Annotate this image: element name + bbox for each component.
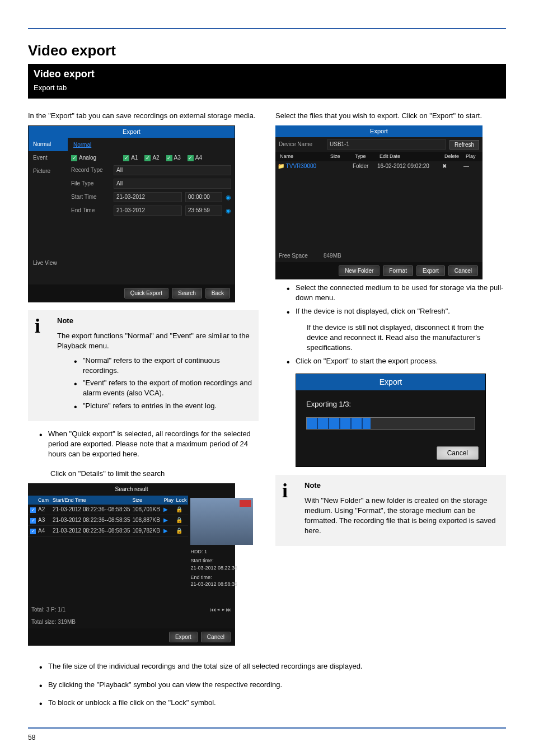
note1-line2: "Event" refers to the export of motion r… (83, 378, 252, 398)
lbl-free-space: Free Space (279, 252, 324, 260)
export-button[interactable]: Export (416, 265, 445, 276)
check-icon[interactable] (29, 506, 37, 514)
sidebar-item-normal[interactable]: Normal (29, 138, 68, 151)
quick-export-text: When "Quick export" is selected, all rec… (48, 429, 259, 460)
play-icon[interactable]: ▶ (162, 506, 175, 514)
select-files-lead: Select the files that you wish to export… (275, 111, 506, 121)
col-cam: Cam (37, 497, 51, 504)
note1-line1: "Normal" refers to the export of continu… (83, 356, 252, 376)
back-button[interactable]: Back (205, 288, 230, 298)
check-a1[interactable]: A1 (123, 154, 138, 162)
lock-icon[interactable]: 🔒 (175, 506, 187, 514)
field-end-time[interactable]: 23:59:59 (185, 206, 222, 216)
bottom-bullet-1: By clicking the "Playback" symbol you ca… (48, 680, 506, 692)
right-bullet2: If the device is not displayed, click on… (296, 306, 506, 319)
lbl-end-time: End Time (71, 207, 110, 214)
play-icon[interactable]: ▶ (162, 527, 175, 535)
clock-icon[interactable]: ◉ (226, 193, 231, 202)
sidebar-item-picture[interactable]: Picture (29, 165, 68, 178)
search-button[interactable]: Search (172, 288, 202, 298)
field-record-type[interactable]: All (114, 165, 231, 175)
table-row[interactable]: A3 21-03-2012 08:22:36--08:58:35 108,887… (28, 515, 188, 526)
foot-total: Total size: 319MB (31, 618, 76, 626)
play-icon[interactable]: ▶ (162, 516, 175, 524)
field-start-date[interactable]: 21-03-2012 (114, 192, 182, 202)
clock-icon[interactable]: ◉ (226, 207, 231, 215)
lbl-file-type: File Type (71, 180, 110, 188)
cancel-button[interactable]: Cancel (448, 265, 478, 276)
progress-title: Export (296, 374, 485, 391)
note-box-2: i Note With "New Folder" a new folder is… (275, 475, 506, 546)
export-sidebar: Normal Event Picture Live View (29, 138, 68, 284)
note2-lead: Note (305, 481, 321, 489)
info-icon: i (282, 480, 305, 540)
details-lead: Click on "Details" to limit the search (50, 469, 259, 479)
lbl-record-type: Record Type (71, 166, 110, 174)
export-panel: Export Normal Event Picture Live View No… (28, 125, 235, 302)
quick-export-button[interactable]: Quick Export (124, 288, 168, 298)
col-play: Play (162, 497, 175, 504)
preview-hdd: HDD: 1 (190, 548, 253, 556)
export-panel-title: Export (29, 126, 235, 138)
format-button[interactable]: Format (383, 265, 413, 276)
col-time: Start/End Time (51, 497, 131, 504)
check-a4[interactable]: A4 (188, 154, 202, 162)
search-result-panel: Search result Cam Start/End Time Size Pl… (28, 483, 235, 646)
new-folder-button[interactable]: New Folder (339, 265, 380, 276)
field-start-time[interactable]: 00:00:00 (185, 192, 222, 202)
lbl-device-name: Device Name (279, 141, 324, 148)
progress-bar (306, 417, 475, 430)
field-end-date[interactable]: 21-03-2012 (114, 206, 182, 216)
lock-icon[interactable]: 🔒 (175, 527, 187, 535)
sidebar-item-event[interactable]: Event (29, 151, 68, 165)
export-device-panel: Export Device Name USB1-1 Refresh Name S… (275, 125, 483, 279)
lock-icon[interactable]: 🔒 (175, 516, 187, 524)
lbl-start-time: Start Time (71, 193, 110, 201)
note-lead: Note (57, 316, 73, 325)
page-number: 58 (28, 733, 35, 743)
check-analog[interactable]: Analog (71, 154, 96, 162)
table-row[interactable]: 📁 TVVR30000 Folder 16-02-2012 09:02:20 ✖… (275, 161, 483, 171)
refresh-button[interactable]: Refresh (449, 140, 479, 150)
bottom-bullet-0: The file size of the individual recordin… (48, 661, 506, 674)
intro-text: In the "Export" tab you can save recordi… (28, 111, 259, 121)
field-file-type[interactable]: All (114, 179, 231, 189)
band-sub: Export tab (34, 82, 500, 95)
table-row[interactable]: A4 21-03-2012 08:22:36--08:58:35 109,782… (28, 526, 188, 536)
table-row[interactable]: A2 21-03-2012 08:22:36--08:58:35 108,701… (28, 505, 188, 515)
page-title: Video export (28, 40, 506, 60)
note-box-1: i Note The export functions "Normal" and… (28, 310, 259, 421)
bottom-bullet-2: To block or unblock a file click on the … (48, 698, 506, 710)
export-device-title: Export (275, 125, 483, 137)
check-icon[interactable] (29, 527, 37, 535)
check-a3[interactable]: A3 (166, 154, 181, 162)
right-bullet1: Select the connected medium to be used f… (296, 283, 506, 303)
tab-normal[interactable]: Normal (71, 140, 93, 150)
col-lock: Lock (175, 497, 187, 504)
check-icon[interactable] (29, 516, 37, 524)
device-select[interactable]: USB1-1 (327, 139, 446, 150)
search-result-title: Search result (28, 483, 235, 496)
delete-icon[interactable]: ✖ (442, 162, 463, 170)
note1-line0: The export functions "Normal" and "Event… (57, 331, 252, 351)
note2-text: With "New Folder" a new folder is create… (305, 496, 499, 536)
export-progress-dialog: Export Exporting 1/3: Cancel (296, 374, 486, 468)
col-size: Size (131, 497, 162, 504)
note1-line3: "Picture" refers to entries in the event… (83, 401, 252, 413)
foot-left: Total: 3 P: 1/1 (31, 606, 65, 614)
spec-note: If the device is still not displayed, di… (307, 323, 506, 353)
sidebar-item-liveview[interactable]: Live View (29, 256, 68, 270)
progress-label: Exporting 1/3: (306, 399, 475, 409)
cancel-button[interactable]: Cancel (437, 446, 479, 460)
right-bullet3: Click on "Export" to start the export pr… (296, 356, 506, 368)
cancel-button[interactable]: Cancel (201, 632, 231, 642)
check-a2[interactable]: A2 (144, 154, 159, 162)
free-space-value: 849MB (324, 252, 341, 260)
section-band: Video export Export tab (28, 64, 506, 98)
export-button[interactable]: Export (169, 632, 198, 642)
info-icon: i (35, 316, 57, 416)
band-heading: Video export (34, 67, 500, 81)
preview-thumb (190, 498, 253, 545)
